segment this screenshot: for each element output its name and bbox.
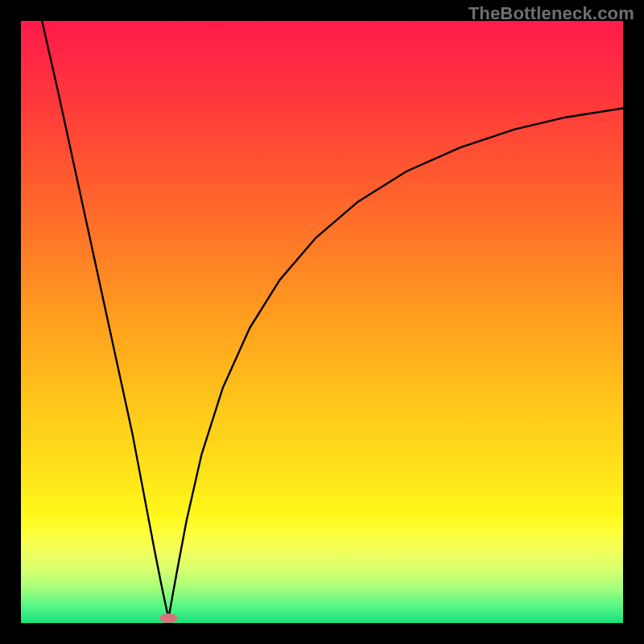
curve-left-branch (42, 21, 168, 618)
optimal-marker (159, 613, 177, 623)
watermark-label: TheBottleneck.com (469, 3, 634, 24)
chart-root: TheBottleneck.com (0, 0, 644, 644)
curve-right-branch (168, 109, 623, 619)
plot-area (21, 21, 623, 623)
plot-svg (21, 21, 623, 623)
